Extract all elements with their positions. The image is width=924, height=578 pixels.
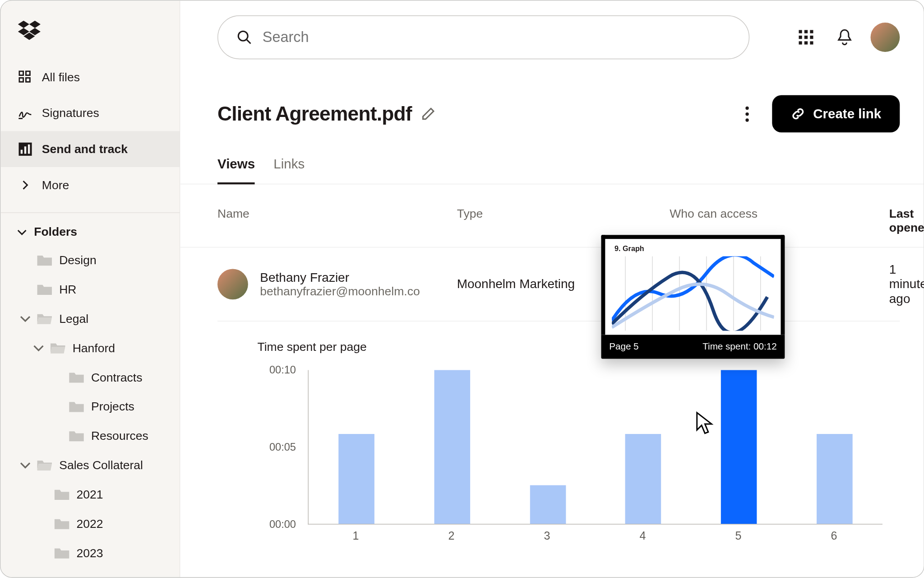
nav-all-files[interactable]: All files [0, 59, 180, 95]
folder-projects[interactable]: Projects [0, 392, 180, 421]
main-content: Client Agreement.pdf Create link Views L… [180, 0, 924, 577]
svg-marker-1 [29, 21, 41, 28]
chevron-down-icon [19, 459, 32, 471]
chart-bar[interactable] [625, 434, 661, 524]
create-link-label: Create link [813, 106, 881, 121]
viewer-last-opened: 1 minute ago [889, 262, 924, 306]
folder-tree: Design HR Legal Hanford Contracts Projec… [0, 246, 180, 568]
chart-title: Time spent per page [257, 340, 900, 354]
folder-hanford[interactable]: Hanford [0, 333, 180, 363]
app-grid-button[interactable] [793, 25, 818, 50]
chevron-down-icon [32, 342, 45, 354]
svg-rect-5 [19, 71, 23, 75]
svg-rect-8 [26, 78, 30, 82]
chevron-down-icon [19, 313, 32, 325]
cursor-icon [696, 411, 714, 435]
nav-more[interactable]: More [0, 167, 180, 203]
folder-icon [69, 371, 84, 384]
folders-label: Folders [34, 225, 77, 239]
viewer-row[interactable]: Bethany Frazier bethanyfrazier@moonhelm.… [180, 247, 924, 321]
svg-rect-17 [799, 36, 802, 39]
col-last-opened[interactable]: Last opened [889, 207, 924, 235]
chevron-down-icon [17, 227, 28, 238]
x-tick: 4 [640, 530, 646, 543]
tooltip-page: Page 5 [609, 341, 638, 352]
link-icon [790, 107, 805, 121]
svg-rect-12 [28, 144, 30, 154]
svg-rect-7 [26, 71, 30, 75]
y-tick: 00:00 [269, 518, 296, 531]
folder-label: 2023 [77, 546, 103, 560]
col-who: Who can access [670, 207, 889, 235]
svg-rect-11 [24, 146, 26, 154]
time-chart: 00:10 00:05 00:00 123456 [257, 370, 882, 543]
nav-signatures[interactable]: Signatures [0, 95, 180, 131]
svg-rect-22 [810, 41, 813, 44]
create-link-button[interactable]: Create link [772, 95, 900, 133]
viewer-avatar [217, 269, 248, 299]
svg-marker-0 [18, 21, 29, 28]
svg-rect-6 [19, 78, 23, 82]
sidebar: All files Signatures Send and track More… [0, 0, 180, 577]
svg-rect-19 [810, 36, 813, 39]
folder-icon [69, 429, 84, 443]
folder-resources[interactable]: Resources [0, 421, 180, 451]
notifications-button[interactable] [832, 25, 857, 50]
tab-views[interactable]: Views [217, 156, 255, 184]
folder-open-icon [50, 341, 66, 354]
chart-bar[interactable] [338, 434, 374, 524]
col-type: Type [457, 207, 670, 235]
folder-legal[interactable]: Legal [0, 304, 180, 334]
edit-icon[interactable] [421, 107, 435, 121]
folder-icon [54, 546, 69, 559]
folder-label: Contracts [91, 370, 143, 384]
grid-icon [18, 70, 32, 84]
svg-rect-10 [21, 150, 23, 154]
y-tick: 00:05 [269, 441, 296, 453]
top-bar [180, 0, 924, 59]
chart-bar[interactable] [530, 485, 566, 524]
folder-2021[interactable]: 2021 [0, 480, 180, 509]
svg-rect-15 [804, 30, 808, 33]
nav-label: All files [42, 70, 80, 84]
preview-chart-icon [612, 256, 774, 331]
viewer-person: Bethany Frazier bethanyfrazier@moonhelm.… [217, 269, 457, 299]
x-tick: 6 [831, 530, 837, 543]
folder-icon [37, 254, 52, 267]
chart-bar[interactable] [434, 370, 470, 524]
folders-header[interactable]: Folders [0, 225, 180, 246]
search-icon [237, 29, 252, 45]
app-logo[interactable] [0, 0, 180, 56]
page-preview-tooltip: 9. Graph Page 5 Time spent: 00:12 [601, 235, 785, 359]
more-actions-button[interactable] [736, 106, 758, 121]
folder-label: Projects [91, 400, 134, 414]
viewer-email: bethanyfrazier@moonhelm.co [260, 284, 420, 298]
search-box[interactable] [217, 15, 749, 59]
bell-icon [836, 28, 852, 46]
folder-label: HR [59, 283, 76, 297]
search-input[interactable] [263, 28, 730, 46]
folder-2022[interactable]: 2022 [0, 509, 180, 539]
chart-bar[interactable] [721, 370, 757, 524]
folder-icon [69, 400, 84, 413]
folder-label: 2021 [77, 488, 103, 502]
folder-2023[interactable]: 2023 [0, 538, 180, 568]
account-avatar[interactable] [870, 23, 900, 52]
x-tick: 1 [352, 530, 359, 543]
folder-sales-collateral[interactable]: Sales Collateral [0, 451, 180, 480]
svg-rect-18 [804, 36, 808, 39]
document-title: Client Agreement.pdf [217, 103, 412, 125]
folder-label: Legal [59, 312, 88, 326]
folder-icon [54, 488, 69, 501]
viewer-name: Bethany Frazier [260, 270, 420, 284]
tab-links[interactable]: Links [273, 156, 305, 184]
nav-label: Send and track [42, 142, 128, 156]
chart-bar[interactable] [817, 434, 853, 524]
nav-send-and-track[interactable]: Send and track [0, 131, 180, 167]
folder-hr[interactable]: HR [0, 275, 180, 304]
folder-open-icon [37, 312, 52, 325]
primary-nav: All files Signatures Send and track More [0, 56, 180, 203]
folder-label: 2022 [77, 517, 103, 531]
folder-design[interactable]: Design [0, 246, 180, 275]
folder-contracts[interactable]: Contracts [0, 363, 180, 392]
